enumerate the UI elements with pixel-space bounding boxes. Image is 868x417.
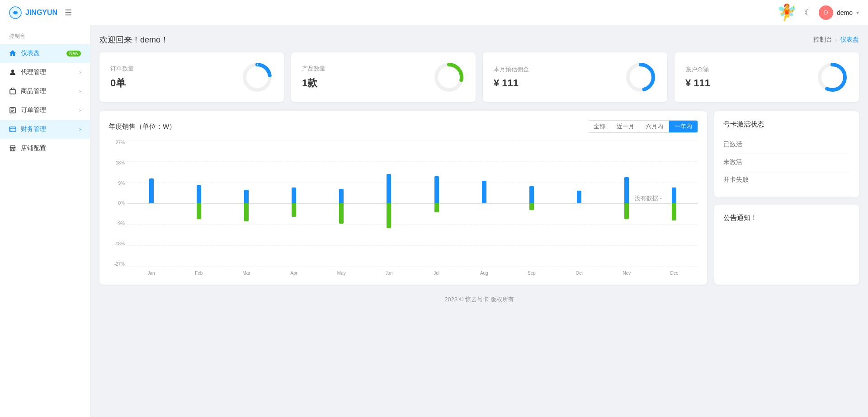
stat-value-commission: ¥ 111 [494,77,529,89]
svg-rect-3 [10,89,15,94]
bars-wrapper [127,140,698,276]
arrow-icon: › [79,107,81,113]
y-label-18p: 18% [116,160,125,165]
bar-jul [413,140,460,267]
sidebar-item-order[interactable]: 订单管理 › [0,101,90,120]
y-label-9p: 9% [118,181,125,186]
bar-aug [460,140,508,267]
y-label-27n: -27% [114,262,125,267]
x-label-aug: Aug [460,271,508,276]
x-label-oct: Oct [556,271,603,276]
svg-rect-11 [10,147,15,151]
x-label-mar: Mar [222,271,270,276]
x-label-jan: Jan [127,271,175,276]
svg-rect-8 [9,127,16,131]
x-label-feb: Feb [175,271,222,276]
donut-product [433,61,465,93]
sidebar-title: 控制台 [0,25,90,44]
stat-cards: 订单数量 0单 产品数量 1款 [99,52,859,102]
bar-feb [175,140,222,267]
bar-oct [556,140,603,267]
main-content: 欢迎回来！demo！ 控制台 › 仪表盘 订单数量 0单 [90,25,868,417]
header-left: JINGYUN ☰ [9,6,72,19]
sidebar-item-agent[interactable]: 代理管理 › [0,63,90,82]
y-label-18n: -18% [114,241,125,246]
arrow-icon: › [79,88,81,94]
logo-text: JINGYUN [25,9,57,17]
arrow-icon: › [79,69,81,75]
stat-value-product: 1款 [302,76,326,90]
sidebar-label-goods: 商品管理 [21,87,46,95]
sidebar-item-finance[interactable]: 财务管理 › [0,120,90,139]
card-activation-title: 号卡激活状态 [723,120,850,129]
breadcrumb-sep: › [835,36,837,43]
donut-order [241,61,273,93]
sidebar-label-order: 订单管理 [21,106,46,114]
x-label-jul: Jul [413,271,460,276]
stat-card-balance: 账户余额 ¥ 111 [675,52,859,102]
bar-sep [508,140,555,267]
filter-one-month[interactable]: 近一月 [611,121,640,132]
username: demo [837,9,853,16]
breadcrumb-nav: 控制台 › 仪表盘 [813,36,859,44]
logo-icon [9,6,22,19]
breadcrumb-current: 仪表盘 [840,36,859,44]
page-welcome: 欢迎回来！demo！ [99,34,169,45]
donut-commission [625,61,656,93]
x-label-sep: Sep [508,271,555,276]
filter-one-year[interactable]: 一年内 [669,121,698,132]
chart-title: 年度销售（单位：W） [108,122,176,131]
stat-label-commission: 本月预估佣金 [494,66,529,74]
bar-jun [365,140,413,267]
bar-mar [222,140,270,267]
sidebar: 控制台 仪表盘 New 代理管理 › [0,25,90,417]
status-failed: 开卡失败 [723,171,850,188]
footer-text: 2023 © 惊云号卡 版权所有 [444,296,514,303]
bottom-section: 年度销售（单位：W） 全部 近一月 六月内 一年内 27% 18% 9% [99,111,859,285]
svg-rect-12 [12,149,14,151]
status-activated: 已激活 [723,136,850,154]
app-header: JINGYUN ☰ 🧚 ☾ D demo ▾ [0,0,868,25]
status-failed-label: 开卡失败 [723,176,749,184]
status-not-activated: 未激活 [723,154,850,171]
theme-icon[interactable]: ☾ [804,8,811,18]
chart-header: 年度销售（单位：W） 全部 近一月 六月内 一年内 [108,120,698,133]
x-label-dec: Dec [651,271,698,276]
chart-card: 年度销售（单位：W） 全部 近一月 六月内 一年内 27% 18% 9% [99,111,707,285]
stat-value-order: 0单 [110,76,134,90]
stat-label-product: 产品数量 [302,65,326,73]
sidebar-label-store: 店铺配置 [21,144,46,152]
sidebar-item-store[interactable]: 店铺配置 [0,139,90,158]
user-icon [9,69,16,76]
svg-point-2 [11,70,14,72]
menu-toggle-icon[interactable]: ☰ [65,8,72,18]
x-axis: Jan Feb Mar Apr May Jun Jul Aug Sep Oct … [127,271,698,276]
store-icon [9,145,16,152]
sidebar-item-dashboard[interactable]: 仪表盘 New [0,44,90,63]
footer: 2023 © 惊云号卡 版权所有 [99,288,859,311]
stat-card-commission: 本月预估佣金 ¥ 111 [483,52,667,102]
notice-title: 公告通知！ [723,214,850,222]
sidebar-label-dashboard: 仪表盘 [21,49,40,57]
y-label-9n: -9% [117,221,125,226]
bar-may [318,140,365,267]
list-icon [9,107,16,114]
no-data-label: 没有数据~ [635,194,662,202]
filter-all[interactable]: 全部 [588,121,611,132]
x-label-nov: Nov [603,271,651,276]
stat-card-product: 产品数量 1款 [291,52,476,102]
notice-panel: 公告通知！ [714,205,859,285]
y-axis: 27% 18% 9% 0% -9% -18% -27% [108,140,127,276]
donut-balance [816,61,848,93]
avatar: D [819,5,833,20]
breadcrumb-bar: 欢迎回来！demo！ 控制台 › 仪表盘 [99,34,859,45]
bar-chart: 27% 18% 9% 0% -9% -18% -27% [108,140,698,276]
filter-six-months[interactable]: 六月内 [640,121,669,132]
x-label-jun: Jun [365,271,413,276]
breadcrumb-home[interactable]: 控制台 [813,36,832,44]
card-activation-panel: 号卡激活状态 已激活 未激活 开卡失败 [714,111,859,197]
bar-dec [651,140,698,267]
user-info[interactable]: D demo ▾ [819,5,859,20]
sidebar-item-goods[interactable]: 商品管理 › [0,82,90,101]
home-icon [9,50,16,57]
